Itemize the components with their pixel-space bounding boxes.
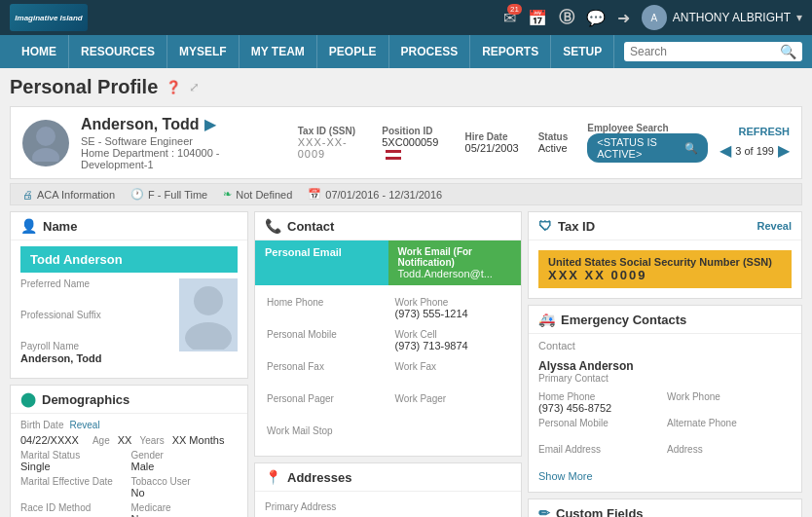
ec-email-label: Email Address bbox=[538, 444, 663, 455]
custom-fields-title: Custom Fields bbox=[556, 506, 644, 518]
tax-masked: XXX XX 0009 bbox=[548, 268, 782, 282]
calendar-icon[interactable]: 📅 bbox=[528, 9, 547, 27]
nav-home[interactable]: HOME bbox=[10, 35, 69, 68]
demographics-header: ⬤ Demographics bbox=[11, 386, 247, 414]
user-name: ANTHONY ALBRIGHT bbox=[673, 11, 791, 24]
search-box[interactable]: 🔍 bbox=[624, 42, 802, 61]
emergency-title: Emergency Contacts bbox=[561, 313, 686, 327]
svg-point-1 bbox=[32, 148, 59, 162]
work-email[interactable]: Work Email (For Notification) Todd.Ander… bbox=[388, 240, 522, 285]
addresses-title: Addresses bbox=[287, 470, 351, 485]
nav-process[interactable]: PROCESS bbox=[389, 35, 471, 68]
personal-email-label: Personal Email bbox=[265, 246, 342, 258]
hire-date-field: Hire Date 05/21/2003 bbox=[465, 131, 519, 154]
avatar: A bbox=[642, 5, 667, 30]
home-phone-value bbox=[267, 308, 382, 319]
left-column: 👤 Name Todd Anderson Preferred Name bbox=[10, 211, 248, 517]
prev-arrow[interactable]: ◀ bbox=[720, 141, 731, 160]
marital-status-value: Single bbox=[20, 461, 128, 472]
hire-date-value: 05/21/2003 bbox=[465, 142, 519, 154]
years-label: Years bbox=[139, 435, 164, 446]
nav-myself[interactable]: MYSELF bbox=[167, 35, 240, 68]
user-menu[interactable]: A ANTHONY ALBRIGHT ▾ bbox=[642, 5, 802, 30]
date-range-value: 07/01/2016 - 12/31/2016 bbox=[325, 189, 442, 201]
person-photo bbox=[179, 278, 238, 351]
primary-address: Primary Address 5 Roseland RoadRoseland,… bbox=[265, 498, 511, 517]
profile-avatar bbox=[22, 120, 69, 166]
ec-alternate-phone-label: Alternate Phone bbox=[667, 418, 792, 428]
ec-address-label: Address bbox=[667, 444, 792, 455]
expand-icon[interactable]: ⤢ bbox=[189, 80, 200, 94]
tobacco-user-field: Tobacco User No bbox=[131, 476, 239, 499]
fulltime-icon: 🕐 bbox=[130, 188, 144, 201]
user-circle-icon[interactable]: Ⓑ bbox=[559, 8, 574, 28]
payroll-name-value: Anderson, Todd bbox=[20, 352, 238, 364]
ec-fields: Home Phone (973) 456-8752 Work Phone Per… bbox=[538, 391, 792, 466]
search-icon[interactable]: 🔍 bbox=[780, 44, 796, 59]
work-cell-field: Work Cell (973) 713-9874 bbox=[389, 325, 516, 355]
emergency-contacts-card: 🚑 Emergency Contacts Contact Alyssa Ande… bbox=[528, 305, 802, 493]
nav-resources[interactable]: RESOURCES bbox=[69, 35, 167, 68]
tax-id-field: Tax ID (SSN) XXX-XX-0009 bbox=[298, 126, 363, 160]
nav-reports[interactable]: REPORTS bbox=[470, 35, 551, 68]
marital-effective-date-field: Marital Effective Date bbox=[20, 476, 128, 499]
demographics-title: Demographics bbox=[42, 392, 129, 407]
birthdate-label: Birth Date bbox=[20, 420, 63, 430]
birthdate-reveal[interactable]: Reveal bbox=[69, 420, 99, 430]
name-card-body: Todd Anderson Preferred Name Professiona… bbox=[11, 240, 247, 378]
next-arrow[interactable]: ▶ bbox=[778, 141, 790, 160]
mail-icon[interactable]: ✉ 21 bbox=[503, 9, 516, 27]
mail-badge: 21 bbox=[507, 4, 522, 15]
ec-personal-mobile-label: Personal Mobile bbox=[538, 418, 663, 428]
contact-body: Personal Email Work Email (For Notificat… bbox=[255, 240, 521, 456]
work-pager-value bbox=[395, 404, 510, 416]
work-email-label: Work Email (For Notification) bbox=[398, 246, 512, 268]
personal-mobile-field: Personal Mobile bbox=[261, 325, 388, 355]
work-fax-field: Work Fax bbox=[389, 357, 516, 388]
work-email-value: Todd.Anderson@t... bbox=[398, 268, 512, 279]
aca-info[interactable]: 🖨 ACA Information bbox=[22, 189, 115, 201]
emergency-icon: 🚑 bbox=[538, 312, 555, 327]
age-value: XX bbox=[118, 434, 132, 446]
show-more-button[interactable]: Show More bbox=[538, 466, 792, 486]
ec-email: Email Address bbox=[538, 444, 663, 466]
home-phone-field: Home Phone bbox=[261, 293, 388, 323]
primary-address-label: Primary Address bbox=[265, 501, 511, 512]
tax-id-title: Tax ID bbox=[558, 219, 595, 234]
nav-setup[interactable]: SETUP bbox=[551, 35, 614, 68]
profile-role: SE - Software Engineer bbox=[81, 135, 286, 147]
profile-header: Anderson, Todd ▶ SE - Software Engineer … bbox=[10, 106, 802, 179]
nav-people[interactable]: PEOPLE bbox=[317, 35, 389, 68]
ec-personal-mobile-value bbox=[538, 428, 663, 440]
type-label: F - Full Time bbox=[148, 189, 207, 201]
top-icons: ✉ 21 📅 Ⓑ 💬 ➜ A ANTHONY ALBRIGHT ▾ bbox=[503, 5, 802, 30]
top-bar: Imaginative Island ✉ 21 📅 Ⓑ 💬 ➜ A ANTHON… bbox=[0, 0, 812, 35]
chat-icon[interactable]: 💬 bbox=[586, 9, 606, 27]
profile-fields: Tax ID (SSN) XXX-XX-0009 Position ID 5XC… bbox=[298, 123, 708, 163]
svg-point-0 bbox=[36, 127, 55, 146]
birthdate-value-row: 04/22/XXXX Age XX Years XX Months bbox=[20, 434, 238, 446]
gender-label: Gender bbox=[131, 450, 239, 461]
help-icon[interactable]: ❓ bbox=[166, 80, 181, 94]
work-pager-field: Work Pager bbox=[389, 389, 516, 420]
medicare-value: No bbox=[131, 513, 239, 517]
nav-my-team[interactable]: MY TEAM bbox=[240, 35, 317, 68]
status-badge[interactable]: <STATUS IS ACTIVE> 🔍 bbox=[587, 133, 708, 163]
refresh-button[interactable]: REFRESH bbox=[738, 126, 790, 137]
emergency-contacts-body: Contact Alyssa Anderson Primary Contact … bbox=[529, 334, 801, 492]
emergency-contact: Alyssa Anderson Primary Contact bbox=[538, 355, 792, 388]
position-id-value: 5XC000059 bbox=[382, 136, 445, 160]
tobacco-user-value: No bbox=[131, 487, 239, 499]
email-row: Personal Email Work Email (For Notificat… bbox=[255, 240, 521, 285]
profile-forward-icon[interactable]: ▶ bbox=[204, 115, 216, 133]
ec-home-phone-label: Home Phone bbox=[538, 391, 663, 402]
logout-icon[interactable]: ➜ bbox=[617, 9, 630, 27]
not-defined: ❧ Not Defined bbox=[223, 188, 292, 201]
search-input[interactable] bbox=[630, 45, 776, 58]
svg-point-3 bbox=[185, 322, 232, 350]
reveal-button[interactable]: Reveal bbox=[757, 220, 792, 232]
leaf-icon: ❧ bbox=[223, 188, 232, 201]
home-phone-label: Home Phone bbox=[267, 297, 382, 308]
contact-card: 📞 Contact Personal Email Work Email (For… bbox=[254, 211, 522, 457]
personal-email[interactable]: Personal Email bbox=[255, 240, 388, 285]
